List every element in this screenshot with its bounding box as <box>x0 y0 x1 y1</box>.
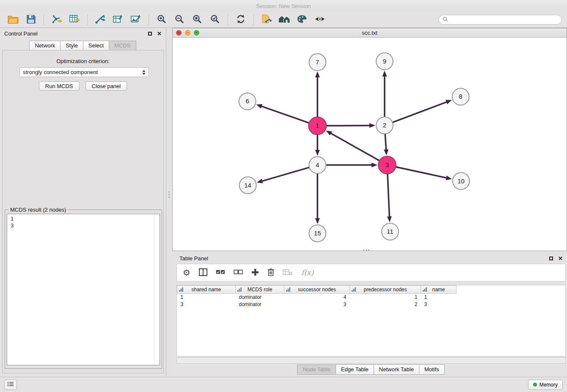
new-network-button[interactable] <box>92 13 108 27</box>
table-cell: dominator <box>236 294 284 301</box>
close-panel-button[interactable]: Close panel <box>85 81 127 91</box>
toolbar-separator <box>253 14 254 25</box>
node-table: shared nameMCDS rolesuccessor nodesprede… <box>176 285 566 356</box>
column-header-predecessor-nodes[interactable]: predecessor nodes <box>350 286 421 294</box>
tab-select[interactable]: Select <box>83 41 109 51</box>
toolbar-separator <box>228 14 228 25</box>
table-row[interactable]: 3dominator323 <box>177 301 457 308</box>
tab-mcds[interactable]: MCDS <box>109 41 136 51</box>
column-header-mcds-role[interactable]: MCDS role <box>236 286 284 294</box>
graph-edge-arrowhead <box>372 163 377 167</box>
window-minimize-icon[interactable]: − <box>185 30 190 36</box>
optimization-criterion-select[interactable]: strongly connected component <box>19 67 149 77</box>
task-history-button[interactable] <box>4 380 17 390</box>
zoom-fit-button[interactable] <box>189 13 205 27</box>
column-header-name[interactable]: name <box>421 286 457 294</box>
graph-node-14[interactable]: 14 <box>239 177 256 194</box>
home-button[interactable] <box>276 13 292 27</box>
tab-network[interactable]: Network <box>29 41 61 51</box>
graph-node-3[interactable]: 3 <box>378 156 396 174</box>
tab-motifs[interactable]: Motifs <box>419 364 445 375</box>
refresh-button[interactable] <box>233 13 249 27</box>
table-cell: 3 <box>177 301 236 308</box>
function-builder-button[interactable]: f(x) <box>301 268 314 277</box>
delete-column-button[interactable] <box>267 268 274 277</box>
graph-node-15[interactable]: 15 <box>309 225 326 242</box>
mcds-result-title: MCDS result (2 nodes) <box>8 207 68 213</box>
graph-edge-3-1[interactable] <box>331 133 379 160</box>
mcds-result-box: MCDS result (2 nodes) 13 <box>5 210 162 369</box>
graph-node-11[interactable]: 11 <box>382 223 399 240</box>
export-table-button[interactable] <box>110 13 126 27</box>
graph-edge-4-14[interactable] <box>262 167 309 181</box>
graph-node-2[interactable]: 2 <box>376 117 393 134</box>
zoom-in-button[interactable] <box>154 13 170 27</box>
search-field[interactable] <box>438 15 562 25</box>
window-close-icon[interactable]: × <box>176 30 182 36</box>
open-folder-icon <box>8 14 19 25</box>
traffic-lights: × − + <box>176 30 199 36</box>
graph-edge-3-10[interactable] <box>396 167 446 178</box>
search-input[interactable] <box>450 17 558 23</box>
close-panel-icon[interactable]: ✕ <box>558 256 563 261</box>
tab-style[interactable]: Style <box>60 41 83 51</box>
result-scrollbar-track[interactable] <box>154 214 160 365</box>
column-header-shared-name[interactable]: shared name <box>177 286 236 294</box>
column-header-label: shared name <box>191 287 221 293</box>
show-hide-button[interactable] <box>312 13 328 27</box>
import-public-network-button[interactable] <box>259 13 275 27</box>
table-row[interactable]: 1dominator411 <box>177 294 457 301</box>
add-column-button[interactable] <box>251 268 259 277</box>
vertical-splitter-handle[interactable] <box>168 191 170 198</box>
table-cell: dominator <box>236 301 284 308</box>
import-network-button[interactable] <box>49 13 65 27</box>
close-panel-icon[interactable]: ✕ <box>157 31 162 36</box>
graph-edge-2-8[interactable] <box>393 102 446 122</box>
show-columns-button[interactable] <box>199 268 207 277</box>
graph-node-label: 3 <box>385 161 389 168</box>
network-graph[interactable]: 7968124314101511 <box>173 38 567 251</box>
tab-node-table[interactable]: Node Table <box>297 364 336 375</box>
graph-node-9[interactable]: 9 <box>376 53 393 70</box>
gear-icon: ⚙ <box>183 268 190 277</box>
graph-edge-arrowhead <box>256 104 262 108</box>
graph-edge-1-6[interactable] <box>262 106 309 123</box>
network-window-titlebar[interactable]: × − + scc.txt <box>173 28 567 38</box>
delete-table-button[interactable] <box>283 269 293 277</box>
table-horizontal-scrollbar[interactable] <box>176 357 566 364</box>
import-table-button[interactable] <box>66 13 83 27</box>
window-zoom-icon[interactable]: + <box>194 30 199 36</box>
graph-node-10[interactable]: 10 <box>453 173 470 190</box>
float-panel-icon[interactable] <box>549 257 553 260</box>
export-image-button[interactable] <box>128 13 144 27</box>
graph-node-6[interactable]: 6 <box>239 93 256 110</box>
graph-edge-3-11[interactable] <box>388 174 389 217</box>
graph-edge-2-3[interactable] <box>385 134 386 149</box>
control-panel-tabs: NetworkStyleSelectMCDS <box>0 41 166 51</box>
save-session-button[interactable] <box>23 13 39 27</box>
memory-button[interactable]: Memory <box>528 380 563 390</box>
column-header-successor-nodes[interactable]: successor nodes <box>284 286 350 294</box>
graph-node-7[interactable]: 7 <box>309 54 326 71</box>
table-panel-tabs: Node TableEdge TableNetwork TableMotifs <box>175 364 567 375</box>
graph-node-4[interactable]: 4 <box>309 157 326 174</box>
zoom-selected-button[interactable] <box>207 13 223 27</box>
graph-node-1[interactable]: 1 <box>308 117 326 135</box>
open-file-button[interactable] <box>5 13 21 27</box>
tab-network-table[interactable]: Network Table <box>374 364 419 375</box>
graph-node-label: 11 <box>387 228 394 235</box>
network-canvas[interactable]: 7968124314101511 <box>173 38 567 251</box>
column-settings-button[interactable]: ⚙ <box>183 268 190 277</box>
select-all-rows-button[interactable] <box>216 270 225 276</box>
zoom-selected-icon <box>210 14 220 25</box>
tab-edge-table[interactable]: Edge Table <box>336 364 374 375</box>
graph-node-8[interactable]: 8 <box>452 88 469 105</box>
zoom-out-button[interactable] <box>171 13 187 27</box>
graph-edge-arrowhead <box>446 176 452 180</box>
run-mcds-button[interactable]: Run MCDS <box>39 81 80 91</box>
apply-style-button[interactable] <box>294 13 310 27</box>
deselect-all-rows-button[interactable] <box>234 270 243 276</box>
graph-edge-1-2[interactable] <box>326 125 369 126</box>
float-panel-icon[interactable] <box>148 32 152 36</box>
horizontal-splitter-handle[interactable] <box>363 249 369 251</box>
